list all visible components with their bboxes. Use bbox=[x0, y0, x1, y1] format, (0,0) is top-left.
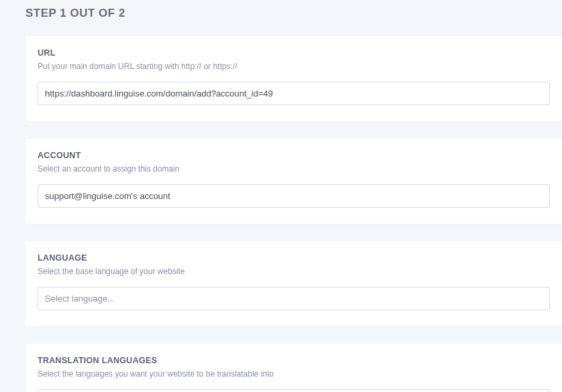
account-select[interactable] bbox=[38, 184, 550, 208]
language-desc: Select the base language of your website bbox=[38, 267, 550, 276]
translation-title: TRANSLATION LANGUAGES bbox=[38, 356, 550, 365]
step-header: STEP 1 OUT OF 2 bbox=[25, 7, 562, 20]
language-title: LANGUAGE bbox=[38, 253, 550, 263]
account-desc: Select an account to assign this domain bbox=[38, 164, 550, 174]
language-card: LANGUAGE Select the base language of you… bbox=[25, 241, 562, 326]
language-placeholder: Select language... bbox=[45, 293, 115, 304]
url-desc: Put your main domain URL starting with h… bbox=[38, 62, 550, 71]
translation-tags-input[interactable]: EnglishxChinesexSpanishxFrenchxGermanxRu… bbox=[38, 389, 550, 392]
url-input[interactable] bbox=[38, 82, 550, 105]
translation-desc: Select the languages you want your websi… bbox=[38, 369, 550, 379]
account-title: ACCOUNT bbox=[38, 151, 550, 160]
url-card: URL Put your main domain URL starting wi… bbox=[25, 36, 562, 121]
translation-card: TRANSLATION LANGUAGES Select the languag… bbox=[25, 344, 562, 392]
language-select[interactable]: Select language... bbox=[38, 287, 550, 310]
url-title: URL bbox=[38, 48, 550, 58]
account-card: ACCOUNT Select an account to assign this… bbox=[25, 139, 562, 224]
